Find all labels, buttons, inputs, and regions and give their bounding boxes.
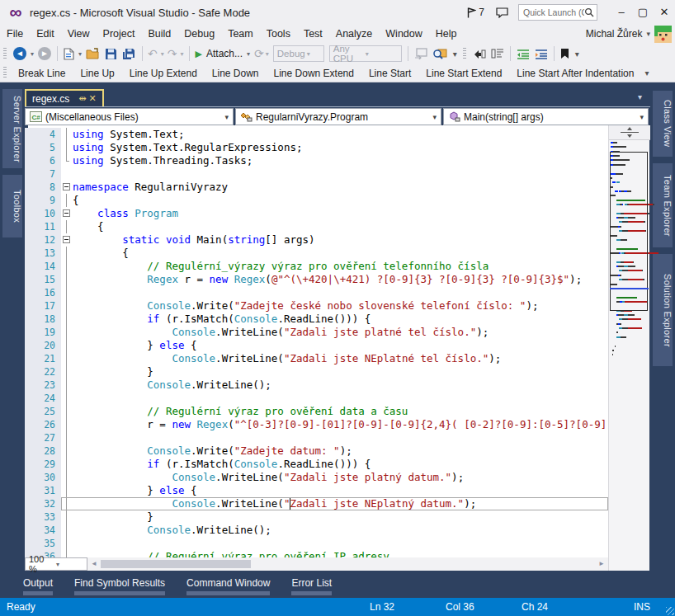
code-line-5[interactable]: 5using System.Text.RegularExpressions; [25, 141, 608, 154]
tool-tab-solution-explorer[interactable]: Solution Explorer [653, 254, 673, 366]
maximize-button[interactable]: ▢ [632, 2, 654, 23]
minimize-button[interactable]: – [611, 2, 632, 23]
toolbar-grip[interactable] [463, 48, 466, 60]
scroll-right-icon[interactable]: ► [598, 560, 605, 567]
menu-test[interactable]: Test [297, 25, 329, 43]
code-line-7[interactable]: 7 [25, 167, 608, 181]
code-line-24[interactable]: 24 [25, 392, 608, 405]
code-line-27[interactable]: 27 [25, 431, 608, 444]
code-line-11[interactable]: 11 { [25, 220, 608, 233]
panel-tab-find-symbol-results[interactable]: Find Symbol Results [74, 577, 165, 595]
outline-margin[interactable] [61, 207, 73, 220]
menu-debug[interactable]: Debug [177, 25, 221, 43]
code-line-16[interactable]: 16 [25, 286, 608, 299]
menu-build[interactable]: Build [141, 25, 177, 43]
code-line-18[interactable]: 18 if (r.IsMatch(Console.ReadLine())) { [25, 313, 608, 326]
code-line-8[interactable]: 8namespace RegularniVyrazy [25, 181, 608, 194]
tool-tab-server-explorer[interactable]: Server Explorer [2, 89, 22, 168]
navigate-backward-edit-button[interactable] [471, 45, 488, 63]
save-button[interactable] [103, 45, 119, 63]
code-line-32[interactable]: 32 Console.WriteLine("Zadali jste NEplat… [25, 497, 608, 510]
code-line-23[interactable]: 23 Console.WriteLine(); [25, 379, 608, 392]
undo-caret-icon[interactable]: ▾ [161, 50, 164, 58]
tool-tab-toolbox[interactable]: Toolbox [2, 175, 22, 237]
menu-analyze[interactable]: Analyze [329, 25, 379, 43]
command-line-start[interactable]: Line Start [361, 68, 418, 79]
attach-to-process-button[interactable] [413, 45, 429, 63]
user-account-button[interactable]: Michal Žůrek [586, 28, 643, 40]
toolbar-overflow-icon[interactable]: ▾ [453, 49, 456, 59]
navigate-back-caret-icon[interactable]: ▾ [31, 50, 34, 58]
panel-tab-error-list[interactable]: Error List [291, 577, 332, 595]
zoom-level-dropdown[interactable]: 100 % ▾ [25, 557, 87, 571]
menu-view[interactable]: View [61, 25, 97, 43]
menu-help[interactable]: Help [429, 25, 464, 43]
undo-button[interactable]: ↶ [148, 47, 158, 60]
horizontal-scrollbar[interactable]: ◄ ► [87, 557, 608, 571]
code-line-4[interactable]: 4using System.Text; [25, 128, 608, 141]
menu-team[interactable]: Team [221, 25, 260, 43]
resize-grip[interactable] [666, 607, 674, 615]
menu-file[interactable]: File [0, 25, 30, 43]
project-dropdown[interactable]: C# (Miscellaneous Files) ▾ [25, 108, 234, 125]
code-line-10[interactable]: 10 class Program [25, 207, 608, 220]
menu-project[interactable]: Project [97, 25, 142, 43]
code-editor[interactable]: 4using System.Text;5using System.Text.Re… [25, 125, 608, 557]
new-file-caret-icon[interactable]: ▾ [78, 50, 82, 58]
code-line-35[interactable]: 35 [25, 537, 608, 550]
code-line-17[interactable]: 17 Console.Write("Zadejte české nobo slo… [25, 299, 608, 313]
outline-margin[interactable] [61, 233, 73, 247]
command-line-down[interactable]: Line Down [205, 68, 267, 79]
solution-configuration-combo[interactable]: Debug▾ [273, 45, 324, 62]
toolbar-overflow-icon[interactable]: ▾ [575, 49, 578, 59]
code-line-6[interactable]: 6using System.Threading.Tasks; [25, 154, 608, 167]
panel-tab-output[interactable]: Output [23, 577, 53, 595]
type-dropdown[interactable]: RegularniVyrazy.Program ▾ [235, 108, 441, 125]
collapse-box-icon[interactable] [63, 236, 70, 243]
solution-platform-combo[interactable]: Any CPU▾ [329, 45, 402, 62]
redo-button[interactable]: ↷ [168, 47, 177, 60]
code-line-13[interactable]: 13 { [25, 247, 608, 260]
menu-tools[interactable]: Tools [260, 25, 297, 43]
command-line-down-extend[interactable]: Line Down Extend [267, 68, 361, 79]
code-line-25[interactable]: 25 // Regulérní výraz pro ověření data a… [25, 405, 608, 418]
outline-margin[interactable] [61, 181, 73, 194]
new-file-button[interactable] [62, 45, 76, 63]
navigate-forward-button[interactable]: ► [36, 45, 53, 63]
code-line-34[interactable]: 34 Console.WriteLine(); [25, 524, 608, 537]
code-line-29[interactable]: 29 if (r.IsMatch(Console.ReadLine())) { [25, 458, 608, 471]
code-line-26[interactable]: 26 r = new Regex("^[0-3]?[0-9]-[01]?[0-9… [25, 418, 608, 431]
command-line-start-after-indentation[interactable]: Line Start After Indentation [509, 68, 641, 79]
code-line-9[interactable]: 9{ [25, 194, 608, 207]
code-line-36[interactable]: 36 // Reguérní výraz pro ověření IP adre… [25, 550, 608, 557]
command-line-up-extend[interactable]: Line Up Extend [122, 68, 205, 79]
collapse-box-icon[interactable] [63, 209, 70, 217]
tab-close-icon[interactable]: ✕ [89, 93, 97, 104]
code-line-30[interactable]: 30 Console.WriteLine("Zadali jste platný… [25, 471, 608, 484]
code-line-20[interactable]: 20 } else { [25, 339, 608, 352]
decrease-indent-button[interactable] [515, 45, 531, 63]
scrollbar-map[interactable] [608, 125, 649, 571]
bookmark-button[interactable] [559, 45, 571, 63]
toolbar-overflow-icon[interactable]: ▾ [644, 68, 648, 78]
command-line-start-extend[interactable]: Line Start Extend [418, 68, 509, 79]
notifications-flag-button[interactable]: 7 [467, 7, 484, 18]
tool-tab-team-explorer[interactable]: Team Explorer [653, 163, 673, 247]
collapse-box-icon[interactable] [63, 183, 70, 190]
code-line-19[interactable]: 19 Console.WriteLine("Zadali jste platné… [25, 326, 608, 339]
code-line-21[interactable]: 21 Console.WriteLine("Zadali jste NEplat… [25, 352, 608, 365]
navigate-back-button[interactable]: ◄ [12, 45, 28, 63]
attach-debugger-button[interactable]: ▶ Attach... ▾ [194, 45, 254, 63]
increase-indent-button[interactable] [533, 45, 550, 63]
toolbar-grip[interactable] [3, 48, 7, 60]
code-line-12[interactable]: 12 static void Main(string[] args) [25, 233, 608, 247]
save-all-button[interactable] [120, 45, 138, 63]
code-line-33[interactable]: 33 } [25, 510, 608, 524]
close-button[interactable]: ✕ [654, 2, 675, 23]
code-line-31[interactable]: 31 } else { [25, 484, 608, 497]
feedback-bubble-icon[interactable] [496, 7, 508, 18]
editor-splitter-handle[interactable] [609, 125, 650, 140]
redo-caret-icon[interactable]: ▾ [181, 50, 184, 58]
user-avatar[interactable] [654, 26, 672, 43]
menu-edit[interactable]: Edit [30, 25, 61, 43]
